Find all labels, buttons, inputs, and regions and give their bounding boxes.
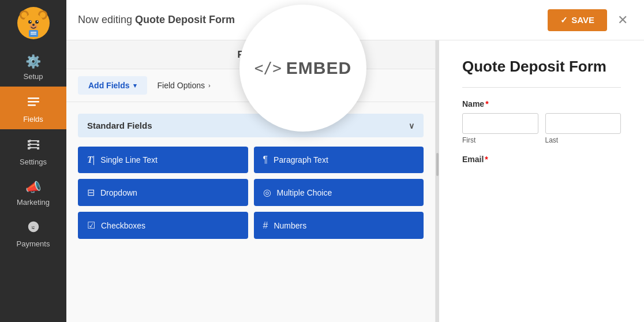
paragraph-text-button[interactable]: ¶ Paragraph Text: [254, 147, 424, 173]
panel-divider: [436, 40, 439, 322]
sidebar-item-settings[interactable]: Settings: [0, 129, 66, 172]
settings-icon: [27, 137, 40, 155]
svg-text:$: $: [32, 224, 35, 231]
checkboxes-icon: ☑: [87, 220, 95, 231]
form-field-email: Email*: [462, 155, 621, 164]
tab-add-fields[interactable]: Add Fields ▾: [78, 76, 147, 95]
embed-code-icon: </>: [254, 59, 282, 77]
sidebar-item-fields-label: Fields: [23, 115, 43, 123]
topbar-actions: ✓ SAVE ✕: [548, 9, 632, 31]
numbers-icon: #: [263, 220, 268, 231]
fields-panel: Standard Fields ∨ T| Single Line Text ¶ …: [66, 102, 435, 322]
name-field-label: Name*: [462, 99, 621, 108]
first-name-sub-label: First: [462, 136, 538, 144]
svg-rect-12: [29, 30, 38, 37]
svg-rect-15: [28, 98, 39, 99]
last-name-sub-label: Last: [545, 136, 621, 144]
sidebar-item-fields[interactable]: Fields: [0, 87, 66, 129]
checkboxes-label: Checkboxes: [101, 221, 145, 230]
name-required-star: *: [485, 99, 488, 108]
svg-point-8: [30, 21, 31, 22]
svg-point-7: [35, 20, 39, 24]
svg-rect-17: [28, 104, 36, 106]
multiple-choice-button[interactable]: ◎ Multiple Choice: [254, 179, 424, 206]
payments-icon: $: [27, 220, 40, 237]
first-name-wrap: First: [462, 113, 538, 144]
sidebar-item-marketing-label: Marketing: [17, 198, 50, 207]
svg-rect-16: [28, 101, 39, 103]
svg-point-22: [29, 143, 31, 145]
sidebar-item-setup-label: Setup: [24, 72, 43, 81]
standard-fields-label: Standard Fields: [87, 121, 152, 130]
first-name-input[interactable]: [462, 113, 538, 134]
embed-button[interactable]: </> EMBED: [239, 5, 366, 132]
sidebar-item-setup[interactable]: ⚙️ Setup: [0, 46, 66, 87]
paragraph-text-label: Paragraph Text: [274, 155, 328, 164]
last-name-input[interactable]: [545, 113, 621, 134]
sidebar: ⚙️ Setup Fields Settings: [0, 0, 66, 322]
embed-label: EMBED: [286, 58, 351, 78]
form-field-name: Name* First Last: [462, 99, 621, 144]
sidebar-item-settings-label: Settings: [20, 158, 47, 166]
numbers-button[interactable]: # Numbers: [254, 212, 424, 239]
last-name-wrap: Last: [545, 113, 621, 144]
save-button[interactable]: ✓ SAVE: [548, 9, 607, 31]
email-required-star: *: [485, 155, 488, 164]
paragraph-text-icon: ¶: [263, 155, 268, 165]
preview-divider: [462, 87, 621, 88]
name-inputs-row: First Last: [462, 113, 621, 144]
field-options-chevron: ›: [208, 82, 211, 89]
main-content: Now editing Quote Deposit Form </> EMBED…: [66, 0, 644, 322]
add-fields-chevron: ▾: [133, 82, 137, 89]
svg-point-9: [37, 21, 38, 22]
save-label: SAVE: [571, 15, 594, 25]
save-check-icon: ✓: [560, 15, 568, 25]
bear-logo-icon: [17, 7, 50, 39]
topbar: Now editing Quote Deposit Form </> EMBED…: [66, 0, 644, 40]
svg-point-6: [28, 20, 32, 24]
marketing-icon: 📣: [25, 180, 41, 195]
fields-grid: T| Single Line Text ¶ Paragraph Text ⊟ D…: [78, 147, 424, 239]
single-line-text-icon: T|: [87, 155, 95, 165]
dropdown-icon: ⊟: [87, 187, 95, 198]
add-fields-label: Add Fields: [88, 81, 130, 90]
standard-fields-header[interactable]: Standard Fields ∨: [78, 114, 424, 137]
email-field-label: Email*: [462, 155, 621, 164]
standard-fields-chevron-icon: ∨: [409, 121, 414, 130]
multiple-choice-icon: ◎: [263, 187, 271, 198]
checkboxes-button[interactable]: ☑ Checkboxes: [78, 212, 248, 239]
fields-icon: [27, 95, 40, 112]
svg-point-11: [32, 24, 35, 26]
dropdown-button[interactable]: ⊟ Dropdown: [78, 179, 248, 206]
form-preview-title: Quote Deposit Form: [462, 58, 621, 76]
single-line-text-label: Single Line Text: [100, 155, 158, 164]
scroll-handle: [436, 153, 439, 176]
svg-point-21: [29, 140, 31, 142]
multiple-choice-label: Multiple Choice: [277, 188, 332, 197]
numbers-label: Numbers: [274, 221, 306, 230]
field-options-label: Field Options: [158, 81, 205, 90]
single-line-text-button[interactable]: T| Single Line Text: [78, 147, 248, 173]
sidebar-item-payments[interactable]: $ Payments: [0, 212, 66, 254]
setup-icon: ⚙️: [25, 54, 41, 69]
sidebar-item-payments-label: Payments: [17, 239, 50, 248]
tab-field-options[interactable]: Field Options ›: [147, 76, 221, 95]
form-preview-panel: Quote Deposit Form Name* First Last: [439, 40, 644, 322]
dropdown-label: Dropdown: [100, 188, 137, 197]
close-button[interactable]: ✕: [613, 10, 632, 30]
sidebar-item-marketing[interactable]: 📣 Marketing: [0, 172, 66, 212]
app-logo: [0, 0, 66, 46]
page-title: Now editing Quote Deposit Form: [78, 14, 235, 26]
svg-point-23: [29, 147, 31, 149]
